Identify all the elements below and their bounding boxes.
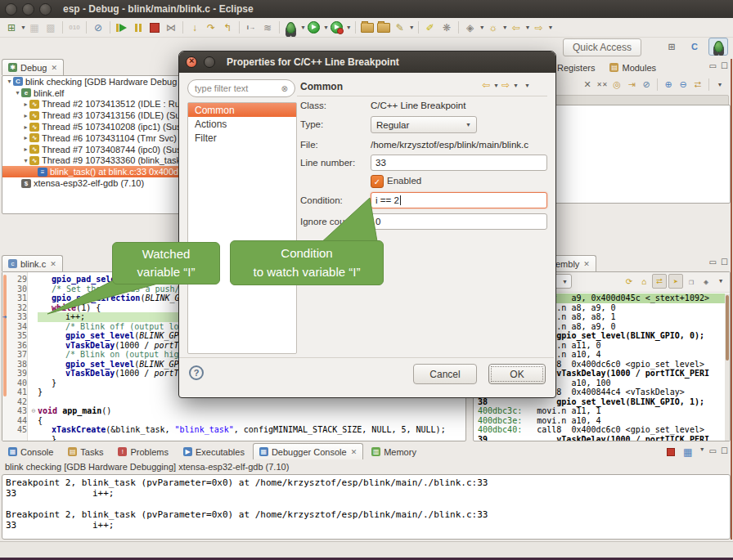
skip-all-breakpoints-button[interactable]: ⊘ [91, 20, 106, 35]
debug-tree-item[interactable]: ▸∿Thread #2 1073413512 (IDLE : Runn [2, 99, 191, 110]
refresh-view-icon[interactable]: ⟳ [623, 275, 636, 288]
debug-tree-item[interactable]: ▸∿Thread #6 1073431104 (Tmr Svc) (S [2, 132, 191, 144]
tab-problems[interactable]: !Problems [111, 443, 174, 459]
open-element-button[interactable] [360, 20, 375, 35]
back-button[interactable]: ⇦ [509, 20, 524, 35]
tab-executables[interactable]: ▶Executables [177, 443, 251, 459]
maximize-view-icon[interactable]: ☐ [721, 61, 728, 70]
remove-all-breakpoints-icon[interactable]: ✕✕ [596, 78, 609, 91]
dialog-close-button[interactable] [186, 56, 197, 68]
chevron-down-icon[interactable]: ▼ [562, 279, 568, 284]
dialog-nav-common[interactable]: Common [188, 103, 296, 117]
tab-debugger-console[interactable]: ▦Debugger Console✕ [253, 443, 363, 459]
run-external-tools-dropdown[interactable]: ▼ [346, 25, 352, 30]
disassembly-row[interactable]: 400dbc3e: movi.n a10, 4 [474, 416, 725, 426]
debug-button[interactable] [284, 20, 299, 35]
cancel-button[interactable]: Cancel [413, 364, 477, 384]
window-close-button[interactable] [5, 3, 17, 16]
skip-all-breakpoints-icon[interactable]: ⊘ [640, 78, 653, 91]
tab-debug[interactable]: ✱ Debug✕ [2, 59, 64, 75]
editor-line-45[interactable]: 45xTaskCreate(&blink_task, "blink_task",… [2, 425, 465, 435]
maximize-view-icon[interactable]: ☐ [721, 446, 728, 458]
go-to-file-for-breakpoint-icon[interactable]: ⇥ [625, 78, 638, 91]
follow-execution-icon[interactable]: ➤ [668, 274, 683, 289]
console-output[interactable]: Breakpoint 2, blink_task (pvParameter=0x… [2, 474, 731, 540]
close-icon[interactable]: ✕ [351, 448, 358, 456]
back-dropdown[interactable]: ▼ [525, 25, 531, 30]
last-edit-location-dropdown[interactable]: ▼ [502, 25, 508, 30]
close-icon[interactable]: ✕ [583, 260, 590, 268]
suspend-button[interactable] [131, 20, 146, 35]
ignore-count-input[interactable]: 0 [371, 213, 547, 230]
breakpoint-pointer-icon[interactable]: ➜ [2, 312, 13, 322]
filter-input[interactable]: type filter text ⊗ [187, 79, 295, 97]
new-wizard-dropdown[interactable]: ▼ [20, 25, 26, 30]
dialog-window-button[interactable] [204, 56, 215, 68]
pin-editor-dropdown[interactable]: ▼ [479, 25, 485, 30]
pin-editor-button[interactable]: ◈ [463, 20, 478, 35]
disassembly-scrollbar[interactable] [725, 293, 730, 441]
editor-line-42[interactable]: 42 [2, 397, 465, 407]
forward-arrow-icon[interactable]: ⇨ [501, 79, 510, 91]
cpp-perspective-button[interactable]: C [686, 38, 704, 55]
close-icon[interactable]: ✕ [51, 64, 57, 72]
chevron-down-icon[interactable]: ▼ [699, 446, 705, 458]
instruction-stepping-button[interactable]: i→ [244, 20, 259, 35]
view-menu-icon[interactable]: ▼ [714, 275, 727, 288]
mark-occurrences-button[interactable]: ✐ [423, 20, 438, 35]
new-wizard-button[interactable]: ⊞ [4, 20, 19, 35]
line-number-input[interactable]: 33 [371, 155, 547, 171]
debug-tree-item[interactable]: ▸∿Thread #3 1073413156 (IDLE) (Susp [2, 110, 191, 121]
link-with-debug-view-icon[interactable]: ⮂ [691, 78, 704, 91]
editor-line-43[interactable]: 43⊖void app_main() [2, 406, 465, 416]
dialog-nav-actions[interactable]: Actions [188, 117, 296, 131]
pin-view-icon[interactable]: ◈ [699, 275, 713, 288]
disassembly-row[interactable]: 400dbc3c: movi.n a11, 1 [474, 406, 725, 416]
tab-blink-c[interactable]: c blink.c✕ [2, 255, 63, 271]
fold-minus-icon[interactable]: ⊖ [29, 407, 38, 414]
terminate-button[interactable] [147, 20, 162, 35]
build-all-button[interactable]: ❋ [439, 20, 454, 35]
minimize-view-icon[interactable]: ▭ [709, 258, 717, 267]
minimize-view-icon[interactable]: ▭ [709, 446, 717, 458]
debug-tree-item[interactable]: ▾eblink.elf [2, 87, 191, 99]
tab-modules[interactable]: ▤ Modules [603, 59, 663, 75]
quick-access-button[interactable]: Quick Access [563, 38, 641, 56]
disassembly-source-row[interactable]: 38 gpio_set_level(BLINK_GPIO, 1); [474, 397, 725, 407]
forward-button[interactable]: ⇨ [532, 20, 546, 35]
run-dropdown[interactable]: ▼ [323, 25, 329, 30]
step-over-button[interactable]: ↷ [204, 20, 218, 35]
open-new-view-icon[interactable]: ❐ [685, 275, 698, 288]
back-arrow-icon[interactable]: ⇦ [482, 79, 490, 91]
ok-button[interactable]: OK [488, 364, 546, 384]
home-icon[interactable]: ⌂ [637, 275, 650, 288]
forward-dropdown[interactable]: ▼ [548, 25, 554, 30]
expand-all-icon[interactable]: ⊕ [662, 78, 675, 91]
debug-tree-item[interactable]: ▾Cblink checking [GDB Hardware Debug [2, 76, 191, 87]
use-step-filters-button[interactable]: ≋ [260, 20, 275, 35]
annotations-dropdown[interactable]: ▼ [409, 25, 415, 30]
window-maximize-button[interactable] [39, 3, 52, 16]
debug-perspective-button[interactable] [708, 38, 728, 56]
step-return-button[interactable]: ↰ [220, 20, 235, 35]
stack-frame-item-selected[interactable]: ≡blink_task() at blink.c:33 0x400dbc14 [2, 166, 191, 177]
run-external-tools-button[interactable] [330, 20, 344, 35]
editor-line-end[interactable]: } [2, 435, 465, 442]
help-button[interactable]: ? [189, 365, 204, 380]
display-console-icon[interactable]: ▦ [682, 446, 694, 458]
tab-tasks[interactable]: ▤Tasks [61, 443, 110, 459]
run-button[interactable] [307, 20, 322, 35]
debug-tree-item[interactable]: ▾∿Thread #9 1073433360 (blink_task [2, 155, 191, 167]
editor-line-44[interactable]: 44{ [2, 416, 465, 426]
remove-breakpoint-icon[interactable]: ✕ [581, 78, 594, 91]
debug-tree-item[interactable]: ▸∿Thread #5 1073410208 (ipc1) (Susp [2, 121, 191, 132]
minimize-view-icon[interactable]: ▭ [709, 61, 717, 70]
show-breakpoints-for-target-icon[interactable]: ◎ [610, 78, 623, 91]
view-menu-icon[interactable]: ▼ [713, 78, 726, 91]
annotations-button[interactable]: ✎ [393, 20, 407, 35]
close-icon[interactable]: ✕ [50, 260, 56, 268]
clear-filter-icon[interactable]: ⊗ [281, 84, 288, 93]
tab-console[interactable]: ▦Console [2, 443, 60, 459]
last-edit-location-button[interactable]: ☼ [486, 20, 501, 35]
debug-dropdown[interactable]: ▼ [300, 25, 306, 30]
